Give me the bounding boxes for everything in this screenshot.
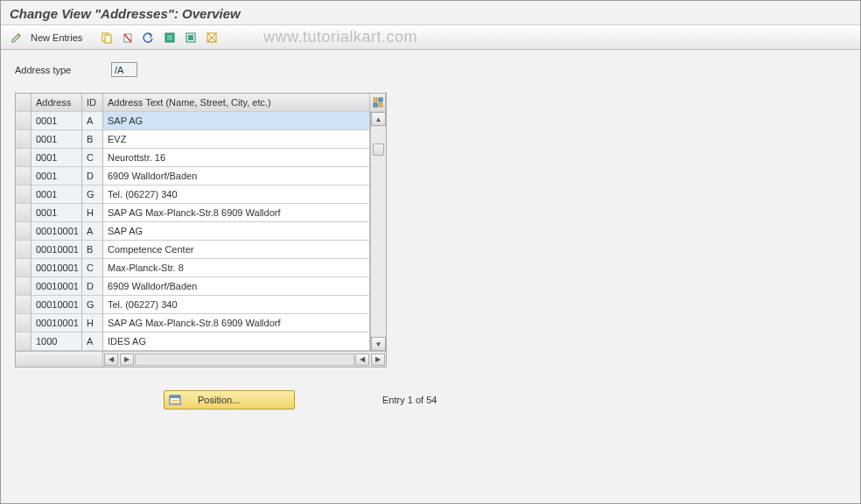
cell-text[interactable]: SAP AG [103,222,370,241]
cell-id[interactable]: A [82,112,103,130]
position-label: Position... [198,395,240,405]
cell-address[interactable]: 1000 [32,332,82,351]
cell-id[interactable]: A [82,222,103,241]
horizontal-scrollbar: ◀ ▶ ◀ ▶ [16,351,386,367]
cell-text[interactable]: SAP AG Max-Planck-Str.8 6909 Walldorf [103,204,370,222]
cell-id[interactable]: A [82,332,103,351]
cell-text[interactable]: IDES AG [103,332,370,351]
cell-id[interactable]: H [82,204,103,222]
svg-rect-7 [188,35,193,40]
cell-address[interactable]: 00010001 [32,241,82,259]
cell-id[interactable]: G [82,296,103,314]
cell-address[interactable]: 00010001 [32,259,82,277]
row-selector[interactable] [16,130,32,149]
scroll-down-icon[interactable]: ▼ [371,337,386,351]
select-block-icon[interactable] [182,29,200,46]
svg-rect-1 [105,35,111,43]
svg-rect-18 [172,402,178,404]
cell-address[interactable]: 0001 [32,204,82,222]
row-selector[interactable] [16,149,32,167]
address-type-input[interactable] [111,62,137,77]
row-selector[interactable] [16,222,32,241]
scroll-up-icon[interactable]: ▲ [371,112,386,126]
cell-id[interactable]: B [82,130,103,149]
cell-address[interactable]: 0001 [32,149,82,167]
row-selector[interactable] [16,186,32,204]
new-entries-button[interactable]: New Entries [31,32,82,43]
row-selector[interactable] [16,277,32,296]
cell-id[interactable]: B [82,241,103,259]
undo-icon[interactable] [140,29,158,46]
hscroll-right2-icon[interactable]: ▶ [371,354,385,366]
cell-id[interactable]: D [82,277,103,296]
address-type-label: Address type [15,65,111,75]
scroll-thumb[interactable] [373,144,384,156]
cell-text[interactable]: EVZ [103,130,370,149]
delete-icon[interactable] [119,29,136,46]
address-table: Address ID Address Text (Name, Street, C… [15,93,387,368]
hscroll-left2-icon[interactable]: ◀ [355,354,369,366]
cell-text[interactable]: Competence Center [103,241,370,259]
hscroll-track[interactable] [135,354,354,366]
cell-id[interactable]: G [82,186,103,204]
cell-text[interactable]: Neurottstr. 16 [103,149,370,167]
vertical-scrollbar[interactable]: ▲ ▼ [370,112,386,351]
toggle-edit-icon[interactable] [8,29,25,46]
row-selector[interactable] [16,112,32,130]
cell-text[interactable]: SAP AG Max-Planck-Str.8 6909 Walldorf [103,314,370,332]
position-button[interactable]: Position... [164,390,295,410]
row-selector[interactable] [16,332,32,351]
row-selector[interactable] [16,314,32,332]
cell-id[interactable]: C [82,259,103,277]
select-all-corner[interactable] [16,94,32,112]
table-settings-icon[interactable] [370,94,386,112]
svg-rect-11 [374,98,377,102]
toolbar: New Entries www.tutorialkart.com [1,25,860,50]
svg-rect-13 [374,103,377,107]
row-selector[interactable] [16,204,32,222]
svg-rect-17 [172,400,178,402]
title-bar: Change View "Addresses": Overview [1,1,860,25]
cell-text[interactable]: Max-Planck-Str. 8 [103,259,370,277]
row-selector[interactable] [16,296,32,314]
cell-id[interactable]: H [82,314,103,332]
cell-id[interactable]: D [82,167,103,186]
cell-address[interactable]: 00010001 [32,314,82,332]
col-id[interactable]: ID [82,94,103,112]
svg-rect-12 [379,98,382,102]
cell-address[interactable]: 00010001 [32,277,82,296]
svg-rect-16 [170,396,180,398]
row-selector[interactable] [16,241,32,259]
address-type-row: Address type [15,62,846,77]
cell-address[interactable]: 0001 [32,130,82,149]
select-all-icon[interactable] [161,29,178,46]
row-selector[interactable] [16,259,32,277]
cell-text[interactable]: Tel. (06227) 340 [103,296,370,314]
watermark: www.tutorialkart.com [263,28,417,46]
cell-text[interactable]: 6909 Walldorf/Baden [103,167,370,186]
svg-rect-14 [379,103,382,107]
cell-address[interactable]: 00010001 [32,296,82,314]
cell-address[interactable]: 0001 [32,186,82,204]
cell-address[interactable]: 0001 [32,167,82,186]
deselect-all-icon[interactable] [203,29,220,46]
col-address[interactable]: Address [32,94,82,112]
row-selector[interactable] [16,167,32,186]
hscroll-right-icon[interactable]: ▶ [120,354,134,366]
copy-icon[interactable] [98,29,116,46]
col-text[interactable]: Address Text (Name, Street, City, etc.) [103,94,370,112]
svg-rect-5 [167,35,172,40]
cell-text[interactable]: Tel. (06227) 340 [103,186,370,204]
cell-id[interactable]: C [82,149,103,167]
cell-text[interactable]: 6909 Walldorf/Baden [103,277,370,296]
cell-address[interactable]: 00010001 [32,222,82,241]
status-text: Entry 1 of 54 [382,395,437,405]
position-icon [168,393,182,407]
cell-address[interactable]: 0001 [32,112,82,130]
cell-text[interactable]: SAP AG [103,112,370,130]
hscroll-left-icon[interactable]: ◀ [104,354,118,366]
page-title: Change View "Addresses": Overview [10,6,241,21]
